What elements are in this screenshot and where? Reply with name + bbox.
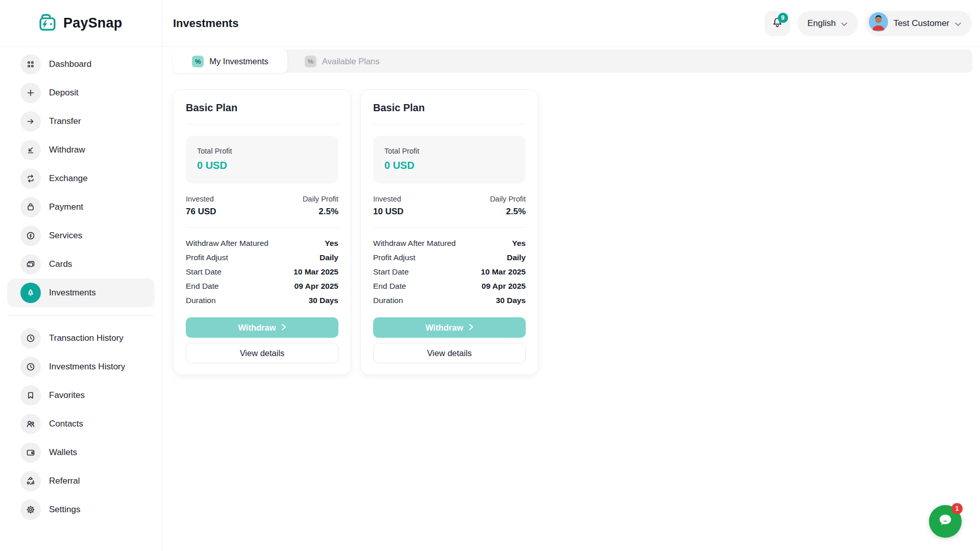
sidebar-item-withdraw[interactable]: Withdraw <box>7 136 155 164</box>
total-profit-label: Total Profit <box>197 147 327 155</box>
clock-icon <box>20 357 41 377</box>
user-menu[interactable]: Test Customer <box>865 11 972 36</box>
sidebar-item-settings[interactable]: Settings <box>7 495 155 524</box>
bookmark-icon <box>20 385 41 406</box>
sidebar-item-label: Services <box>49 231 82 241</box>
language-label: English <box>807 18 836 29</box>
sidebar-item-label: Wallets <box>49 447 77 458</box>
chevron-down-icon <box>954 19 962 29</box>
chat-widget-button[interactable]: 1 <box>929 505 962 538</box>
daily-profit-label: Daily Profit <box>490 195 526 203</box>
sidebar-item-cards[interactable]: Cards <box>7 250 155 279</box>
total-profit-box: Total Profit 0 USD <box>373 136 526 184</box>
invested-value: 10 USD <box>373 207 404 217</box>
sidebar-item-label: Withdraw <box>49 145 85 155</box>
sidebar-item-label: Contacts <box>49 419 83 429</box>
plan-detail-row: Profit AdjustDaily <box>373 253 526 262</box>
sidebar-item-label: Investments <box>49 288 96 298</box>
wallet-icon <box>20 442 41 463</box>
bolt-circle-icon <box>20 226 41 246</box>
notifications-button[interactable]: 9 <box>765 11 790 36</box>
topbar: Investments 9 English <box>162 0 980 47</box>
tab-my-investments[interactable]: % My Investments <box>173 49 287 73</box>
sidebar-item-transaction-history[interactable]: Transaction History <box>7 324 155 353</box>
sidebar-item-exchange[interactable]: Exchange <box>7 164 155 193</box>
plan-detail-row: End Date09 Apr 2025 <box>373 282 526 291</box>
page-title: Investments <box>173 17 238 30</box>
sidebar-item-label: Settings <box>49 505 80 515</box>
notification-count-badge: 9 <box>778 13 788 23</box>
plan-detail-row: Duration30 Days <box>186 296 338 305</box>
daily-profit-value: 2.5% <box>490 207 526 217</box>
invested-value: 76 USD <box>186 207 216 217</box>
paysnap-logo-icon <box>37 12 58 35</box>
sidebar-item-label: Investments History <box>49 362 125 372</box>
percent-badge-icon: % <box>192 56 204 67</box>
sidebar-divider <box>8 315 154 316</box>
sidebar: PaySnap Dashboard Deposit Transfer Withd… <box>0 0 162 551</box>
sidebar-item-contacts[interactable]: Contacts <box>7 410 155 438</box>
brand-name: PaySnap <box>63 15 122 31</box>
clock-icon <box>20 328 41 348</box>
plus-icon <box>20 83 41 103</box>
sidebar-item-label: Referral <box>49 476 80 486</box>
plan-detail-row: Start Date10 Mar 2025 <box>373 267 526 277</box>
tab-available-plans[interactable]: % Available Plans <box>287 49 397 73</box>
sidebar-item-label: Transfer <box>49 116 81 127</box>
sidebar-item-investments[interactable]: Investments <box>7 279 155 307</box>
chevron-down-icon <box>841 19 848 29</box>
investments-list: Basic Plan Total Profit 0 USD Invested 7… <box>173 89 538 375</box>
arrow-right-icon <box>20 111 41 132</box>
daily-profit-label: Daily Profit <box>303 195 338 203</box>
sidebar-item-services[interactable]: Services <box>7 221 155 250</box>
percent-badge-icon: % <box>305 56 316 67</box>
avatar <box>869 12 888 34</box>
arrow-down-left-icon <box>20 140 41 160</box>
total-profit-value: 0 USD <box>384 160 514 171</box>
chevron-right-icon <box>281 323 286 333</box>
user-name: Test Customer <box>893 18 949 29</box>
sidebar-item-payment[interactable]: Payment <box>7 193 155 221</box>
plan-title: Basic Plan <box>373 102 526 114</box>
shopping-bag-icon <box>20 197 41 217</box>
investment-card: Basic Plan Total Profit 0 USD Invested 1… <box>360 89 538 375</box>
swap-arrows-icon <box>20 168 41 189</box>
language-selector[interactable]: English <box>797 11 859 36</box>
withdraw-button[interactable]: Withdraw <box>186 317 338 338</box>
sidebar-item-referral[interactable]: Referral <box>7 467 155 495</box>
plan-detail-row: Start Date10 Mar 2025 <box>186 267 338 277</box>
view-details-button[interactable]: View details <box>373 343 526 363</box>
people-icon <box>20 414 41 434</box>
sidebar-item-label: Favorites <box>49 390 85 400</box>
sidebar-item-label: Payment <box>49 202 83 212</box>
sidebar-item-label: Deposit <box>49 88 79 98</box>
sidebar-item-wallets[interactable]: Wallets <box>7 438 155 467</box>
sidebar-item-label: Exchange <box>49 173 88 184</box>
network-icon <box>20 471 41 491</box>
sidebar-item-label: Transaction History <box>49 333 124 343</box>
sidebar-item-favorites[interactable]: Favorites <box>7 381 155 410</box>
chat-unread-badge: 1 <box>951 503 963 514</box>
total-profit-label: Total Profit <box>384 147 514 155</box>
invested-label: Invested <box>373 195 404 203</box>
plan-detail-row: Withdraw After MaturedYes <box>373 239 526 248</box>
dashboard-icon <box>20 54 41 74</box>
sidebar-item-transfer[interactable]: Transfer <box>7 107 155 136</box>
chat-bubble-icon <box>935 510 955 533</box>
sidebar-nav: Dashboard Deposit Transfer Withdraw Exch… <box>0 47 162 524</box>
sidebar-item-dashboard[interactable]: Dashboard <box>7 50 155 79</box>
pine-tree-icon <box>20 283 41 303</box>
total-profit-box: Total Profit 0 USD <box>186 136 338 184</box>
withdraw-button[interactable]: Withdraw <box>373 317 526 338</box>
plan-detail-row: Withdraw After MaturedYes <box>186 239 338 248</box>
sidebar-item-label: Dashboard <box>49 59 91 69</box>
investment-card: Basic Plan Total Profit 0 USD Invested 7… <box>173 89 351 375</box>
sidebar-item-label: Cards <box>49 259 72 269</box>
sidebar-item-investments-history[interactable]: Investments History <box>7 353 155 381</box>
brand-logo[interactable]: PaySnap <box>0 0 162 47</box>
view-details-button[interactable]: View details <box>186 343 338 363</box>
invested-label: Invested <box>186 195 216 203</box>
sidebar-item-deposit[interactable]: Deposit <box>7 79 155 107</box>
investments-tabs: % My Investments % Available Plans <box>173 49 972 73</box>
plan-detail-row: Duration30 Days <box>373 296 526 305</box>
